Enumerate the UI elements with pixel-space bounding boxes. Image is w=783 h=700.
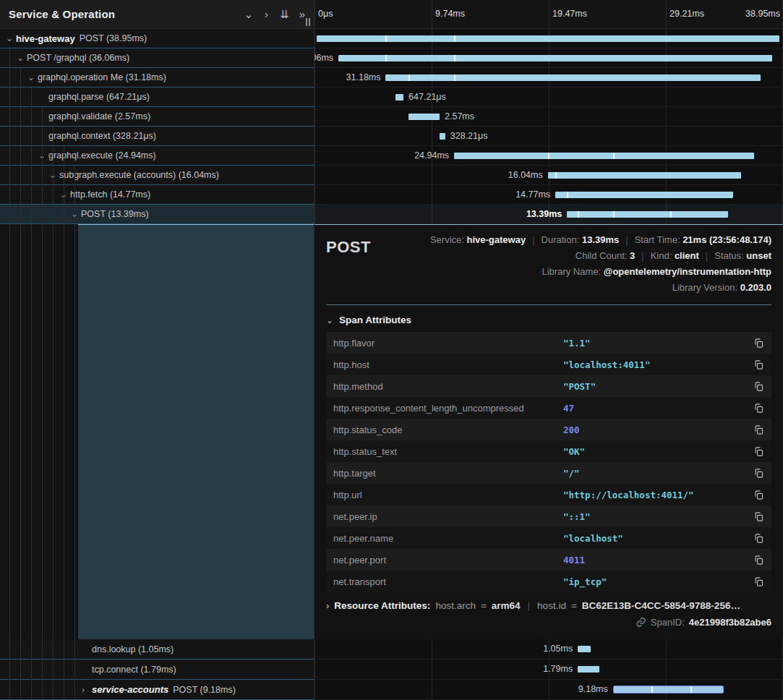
span-label-graphql-parse[interactable]: graphql.parse (647.21μs) — [0, 88, 315, 107]
span-row-http-fetch: ⌄http.fetch (14.77ms)14.77ms — [0, 185, 783, 205]
span-bar-cell-http-fetch[interactable]: 14.77ms — [315, 185, 783, 205]
attr-key: net.peer.ip — [333, 511, 563, 522]
span-detail-left-block — [78, 224, 314, 639]
span-bar[interactable] — [613, 686, 724, 693]
span-label-post-graphql[interactable]: ⌄POST /graphql (36.06ms) — [0, 48, 315, 68]
copy-icon[interactable] — [750, 359, 764, 370]
copy-icon[interactable] — [750, 468, 764, 479]
span-label-post[interactable]: ⌄POST (13.39ms) — [0, 205, 315, 224]
span-attributes-toggle[interactable]: ⌄ Span Attributes — [326, 315, 771, 325]
attr-key: http.host — [333, 359, 563, 370]
duration-label: 14.77ms — [515, 189, 555, 200]
span-label-subgraph-execute-accounts[interactable]: ⌄subgraph.execute (accounts) (16.04ms) — [0, 166, 315, 185]
copy-icon[interactable] — [750, 338, 764, 349]
span-bar-cell-tcp-connect[interactable]: 1.79ms — [315, 660, 783, 680]
copy-icon[interactable] — [750, 403, 764, 414]
span-bar-cell-hive-gateway-post[interactable] — [315, 29, 783, 48]
copy-icon[interactable] — [750, 446, 764, 457]
timeline-ruler[interactable]: 0μs9.74ms19.47ms29.21ms38.95ms — [315, 0, 783, 29]
service-operation-title: Service & Operation — [9, 8, 233, 20]
detail-meta-value: unset — [746, 250, 771, 261]
span-label-http-fetch[interactable]: ⌄http.fetch (14.77ms) — [0, 185, 315, 205]
double-chevron-down-icon[interactable]: ⇊ — [280, 8, 288, 20]
span-bar[interactable] — [578, 646, 590, 652]
chevron-down-icon[interactable]: ⌄ — [244, 8, 254, 20]
chevron-down-icon[interactable]: ⌄ — [17, 54, 27, 62]
span-bar[interactable] — [578, 666, 599, 673]
panel-resize-handle[interactable] — [306, 18, 310, 26]
attr-row-http.response_content_length_uncompressed: http.response_content_length_uncompresse… — [326, 397, 771, 419]
bar-tick — [613, 153, 615, 159]
span-bar-cell-service-accounts-post[interactable]: 9.18ms — [315, 680, 783, 700]
span-bar[interactable] — [555, 192, 733, 198]
attr-value: 47 — [563, 403, 750, 414]
bar-tick — [454, 55, 455, 61]
bar-tick — [613, 211, 615, 218]
chevron-down-icon[interactable]: ⌄ — [6, 34, 16, 43]
detail-meta-value: hive-gateway — [467, 234, 526, 245]
span-bar-cell-post[interactable]: 13.39ms — [315, 205, 783, 224]
resource-attributes-toggle[interactable]: ›Resource Attributes:host.arch=arm64|hos… — [326, 600, 771, 611]
span-bar[interactable] — [338, 55, 772, 61]
copy-icon[interactable] — [750, 511, 764, 522]
span-bar-cell-graphql-parse[interactable]: 647.21μs — [315, 88, 783, 107]
detail-meta-line: Service: hive-gateway|Duration: 13.39ms|… — [430, 232, 771, 248]
attr-row-http.url: http.url"http://localhost:4011/" — [326, 484, 771, 505]
attr-value: "/" — [563, 468, 750, 479]
span-id-row: SpanID: 4e21998f3b82abe6 — [326, 617, 771, 628]
chevron-right-icon[interactable]: › — [82, 686, 92, 694]
span-bar-cell-subgraph-execute-accounts[interactable]: 16.04ms — [315, 166, 783, 185]
span-label-graphql-validate[interactable]: graphql.validate (2.57ms) — [0, 107, 315, 127]
span-bar-cell-graphql-context[interactable]: 328.21μs — [315, 127, 783, 146]
span-bar[interactable] — [454, 153, 754, 159]
link-icon[interactable] — [636, 617, 646, 628]
chevron-down-icon[interactable]: ⌄ — [27, 73, 38, 82]
span-bar[interactable] — [395, 94, 403, 101]
detail-meta-value: 13.39ms — [582, 234, 619, 245]
span-bar-cell-graphql-operation-me[interactable]: 31.18ms — [315, 68, 783, 88]
span-row-graphql-validate: graphql.validate (2.57ms)2.57ms — [0, 107, 783, 127]
copy-icon[interactable] — [750, 490, 764, 500]
bar-tick — [385, 35, 387, 42]
span-bar[interactable] — [408, 114, 440, 120]
span-label-graphql-execute[interactable]: ⌄graphql.execute (24.94ms) — [0, 146, 315, 166]
span-label-tcp-connect[interactable]: tcp.connect (1.79ms) — [0, 660, 315, 680]
duration-label: 1.79ms — [543, 664, 578, 674]
duration-label: 31.18ms — [346, 72, 386, 82]
bar-tick — [690, 686, 692, 693]
chevron-down-icon[interactable]: ⌄ — [60, 190, 70, 199]
span-bar-cell-graphql-execute[interactable]: 24.94ms — [315, 146, 783, 166]
span-label-hive-gateway-post[interactable]: ⌄hive-gatewayPOST (38.95ms) — [0, 29, 315, 48]
copy-icon[interactable] — [750, 576, 764, 587]
span-bar[interactable] — [385, 74, 760, 81]
operation-name: graphql.context (328.21μs) — [48, 131, 156, 141]
span-label-service-accounts-post[interactable]: ›service-accountsPOST (9.18ms) — [0, 680, 315, 700]
span-row-hive-gateway-post: ⌄hive-gatewayPOST (38.95ms) — [0, 29, 783, 48]
meta-separator: | — [532, 234, 534, 245]
chevron-down-icon[interactable]: ⌄ — [38, 151, 48, 160]
span-label-graphql-context[interactable]: graphql.context (328.21μs) — [0, 127, 315, 146]
span-label-dns-lookup[interactable]: dns.lookup (1.05ms) — [0, 639, 315, 660]
chevron-right-icon[interactable]: › — [265, 8, 268, 20]
operation-name: POST (38.95ms) — [80, 33, 147, 43]
copy-icon[interactable] — [750, 533, 764, 544]
detail-meta-value: 3 — [630, 250, 635, 261]
span-label-graphql-operation-me[interactable]: ⌄graphql.operation Me (31.18ms) — [0, 68, 315, 88]
double-chevron-right-icon[interactable]: » — [299, 8, 304, 20]
detail-divider — [326, 304, 771, 305]
copy-icon[interactable] — [750, 424, 764, 435]
copy-icon[interactable] — [750, 555, 764, 565]
chevron-down-icon[interactable]: ⌄ — [49, 171, 59, 179]
span-id-label: SpanID: — [651, 617, 685, 628]
span-id-value: 4e21998f3b82abe6 — [689, 617, 771, 628]
span-bar-cell-dns-lookup[interactable]: 1.05ms — [315, 639, 783, 660]
attr-value: 200 — [563, 424, 750, 435]
span-bar[interactable] — [440, 133, 445, 140]
span-bar[interactable] — [567, 211, 728, 218]
copy-icon[interactable] — [750, 381, 764, 392]
resource-value: BC62E13B-C4CC-5854-9788-256… — [582, 600, 740, 611]
span-bar-cell-post-graphql[interactable]: 36.06ms — [315, 48, 783, 68]
span-bar[interactable] — [548, 172, 741, 179]
span-bar-cell-graphql-validate[interactable]: 2.57ms — [315, 107, 783, 127]
chevron-down-icon[interactable]: ⌄ — [71, 210, 81, 218]
